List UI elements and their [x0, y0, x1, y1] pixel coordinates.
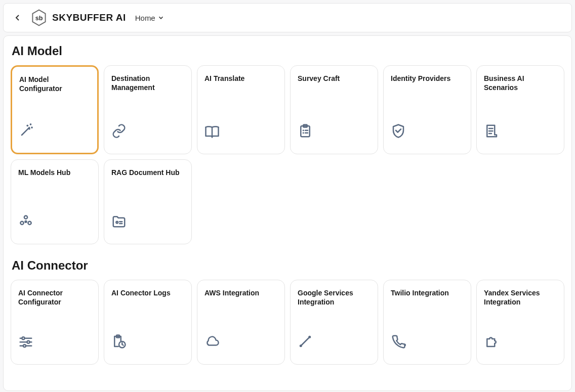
card-twilio-integration[interactable]: Twilio Integration [383, 280, 471, 365]
card-ai-connector-logs[interactable]: AI Conector Logs [104, 280, 192, 365]
diagonal-icon [298, 334, 313, 349]
wand-icon [19, 122, 34, 138]
folder-id-icon [111, 213, 127, 229]
card-title: Yandex Services Integration [484, 288, 557, 307]
svg-point-19 [28, 222, 31, 225]
card-business-ai-scenarios[interactable]: Business AI Scenarios [476, 65, 564, 154]
main-area: AI Model AI Model Configurator Destinati… [3, 35, 572, 391]
svg-point-18 [20, 222, 23, 225]
chevron-left-icon [14, 14, 22, 22]
svg-point-17 [24, 215, 27, 219]
svg-line-32 [301, 337, 310, 346]
card-title: AI Translate [204, 74, 277, 83]
svg-point-25 [22, 337, 25, 339]
logo-icon: sb [30, 9, 48, 27]
svg-text:sb: sb [35, 15, 43, 22]
card-yandex-services-integration[interactable]: Yandex Services Integration [476, 280, 564, 365]
brand-text: SKYBUFFER AI [52, 12, 126, 23]
card-title: Google Services Integration [298, 288, 371, 307]
section-title-ai-model: AI Model [12, 44, 564, 58]
clipboard-icon [298, 123, 313, 139]
svg-point-27 [27, 341, 30, 343]
card-title: Survey Craft [298, 74, 371, 83]
card-title: RAG Document Hub [111, 168, 184, 177]
card-ai-model-configurator[interactable]: AI Model Configurator [11, 65, 99, 154]
card-title: Twilio Integration [391, 288, 464, 297]
svg-point-21 [116, 222, 118, 224]
card-google-services-integration[interactable]: Google Services Integration [290, 280, 378, 365]
sliders-icon [18, 334, 33, 349]
card-title: AI Model Configurator [19, 75, 90, 93]
card-rag-document-hub[interactable]: RAG Document Hub [104, 159, 192, 244]
shield-icon [391, 123, 406, 139]
nav-home-label: Home [135, 14, 155, 22]
nav-home[interactable]: Home [135, 14, 165, 22]
cloud-icon [204, 334, 220, 349]
svg-point-34 [309, 336, 311, 338]
phone-icon [391, 334, 406, 349]
card-ai-connector-configurator[interactable]: AI Connector Configurator [11, 280, 99, 365]
card-title: AWS Integration [204, 288, 277, 297]
card-title: Destination Management [111, 74, 184, 92]
link-icon [111, 123, 127, 139]
card-ai-translate[interactable]: AI Translate [197, 65, 285, 154]
header-bar: sb SKYBUFFER AI Home [3, 3, 572, 32]
section-title-ai-connector: AI Connector [12, 258, 564, 273]
circles-icon [18, 213, 33, 229]
card-survey-craft[interactable]: Survey Craft [290, 65, 378, 154]
ai-model-grid: AI Model Configurator Destination Manage… [11, 65, 564, 244]
doc-lines-icon [484, 123, 499, 139]
svg-point-20 [25, 221, 27, 223]
card-title: Identity Providers [391, 74, 464, 83]
card-ml-models-hub[interactable]: ML Models Hub [11, 159, 99, 244]
logo: sb SKYBUFFER AI [30, 9, 126, 27]
puzzle-icon [484, 334, 499, 349]
card-title: Business AI Scenarios [484, 74, 557, 92]
card-title: AI Conector Logs [111, 288, 184, 297]
svg-point-33 [300, 345, 302, 347]
card-aws-integration[interactable]: AWS Integration [197, 280, 285, 365]
book-icon [204, 123, 220, 139]
card-title: AI Connector Configurator [18, 288, 91, 307]
card-identity-providers[interactable]: Identity Providers [383, 65, 471, 154]
svg-point-29 [23, 344, 26, 347]
svg-line-2 [22, 127, 29, 135]
card-title: ML Models Hub [18, 168, 91, 177]
chevron-down-icon [157, 14, 165, 21]
back-button[interactable] [12, 12, 24, 24]
clipboard-clock-icon [111, 334, 127, 349]
card-destination-management[interactable]: Destination Management [104, 65, 192, 154]
ai-connector-grid: AI Connector Configurator AI Conector Lo… [11, 280, 564, 365]
